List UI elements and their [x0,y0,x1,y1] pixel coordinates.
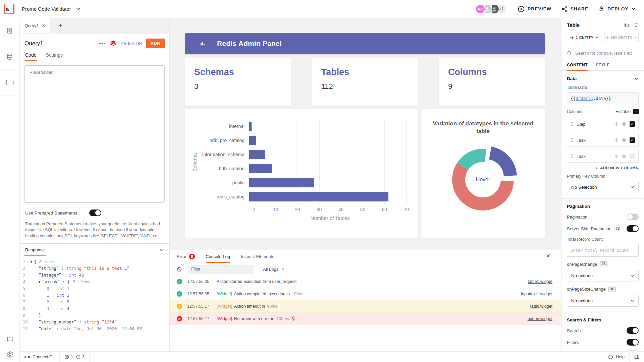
prepared-statements-toggle[interactable] [89,209,101,216]
column-visibility-eye-icon[interactable] [622,138,627,142]
log-source-link[interactable]: table1.widget [528,279,552,284]
tab-inspect-elements[interactable]: Inspect Elements [241,250,274,263]
delete-widget-icon[interactable] [634,22,639,27]
tab-settings[interactable]: Settings [46,52,63,61]
share-button[interactable]: SHARE [561,6,588,12]
toggle-switch[interactable] [627,214,639,220]
drag-handle-icon[interactable] [571,138,573,142]
toggle-panels-button[interactable] [629,352,644,362]
log-row[interactable]: !12:57:55.17[Widget]Action timeout in90m… [170,300,561,313]
tab-code[interactable]: Code [25,52,36,61]
clear-logs-icon[interactable] [177,267,182,272]
section-chevron-down-icon[interactable] [634,76,639,81]
table-data-binding-input[interactable]: {{Orders1.data}} [567,92,639,104]
log-row[interactable]: ✕12:57:55.17[Widget]Returned with error … [170,313,561,325]
query-title[interactable]: Query1 [24,40,43,47]
close-tab-icon[interactable]: ✕ [42,23,46,28]
more-menu-icon[interactable]: ••• [99,41,106,46]
add-tab-button[interactable]: + [51,18,70,33]
log-source-link[interactable]: inputtext1.widget [521,292,552,296]
donut-chart[interactable]: Hover [444,141,522,219]
debugger-status-counts[interactable]: 1 3 [60,352,90,362]
no-entity-button[interactable]: NO ENTITY [604,32,639,43]
toggle-switch[interactable] [627,327,639,334]
tab-query1[interactable]: Query1 ✕ [20,18,51,33]
column-checkbox[interactable]: ✓ [630,121,635,127]
tab-response[interactable]: Response [25,244,45,256]
log-source-link[interactable]: radio.widget [530,304,552,309]
donut-slice-indigo[interactable] [489,146,517,176]
widget-name[interactable]: Table [567,22,580,28]
deploy-chevron-down-icon[interactable] [632,7,635,11]
deploy-button[interactable]: DEPLOY [598,6,635,12]
preview-button[interactable]: PREVIEW [518,6,551,12]
bar[interactable] [249,164,272,173]
canvas-header-widget[interactable]: Redis Admin Panel [185,33,545,54]
bar[interactable] [249,122,252,131]
event-action-select[interactable]: No actions [567,270,639,282]
binding-entity-link[interactable]: Orders1 [576,96,593,101]
sidebar-item-editor[interactable] [0,18,19,44]
js-chip[interactable]: JS [600,261,607,267]
donut-chart-widget[interactable]: Variation of datatypes in the selected t… [421,109,545,238]
column-visibility-eye-icon[interactable] [622,122,627,126]
log-row[interactable]: ✓12:57:56.05Action started execution fro… [170,276,561,288]
stat-card-tables[interactable]: Tables 112 [312,58,418,106]
log-source-link[interactable]: button.widget [528,316,552,321]
bar-chart-widget[interactable]: Schema internalhdb_pro_cataloginformatio… [185,109,418,238]
add-new-column-button[interactable]: + ADD NEW COLUMN [567,166,639,170]
sidebar-item-datasources[interactable] [0,44,19,70]
debug-bulb-icon[interactable] [291,316,296,321]
section-search-filters[interactable]: Search & Filters [567,317,639,322]
column-row[interactable]: Step✓ [567,118,639,130]
connect-git-button[interactable]: Connect Git [20,352,60,362]
bar[interactable] [249,150,265,159]
datasource-name[interactable]: OrdersDB [121,41,142,46]
connected-entity-button[interactable]: 1 ENTITY [567,32,601,43]
query-code-editor[interactable]: Placeholder [24,65,165,203]
editable-all-checkbox[interactable]: ─ [633,109,639,114]
toggle-switch[interactable] [627,225,639,232]
column-row[interactable]: Task [567,150,639,163]
log-level-dropdown[interactable]: All Logs ▼ [263,267,285,272]
help-button[interactable]: Help [603,352,629,362]
bar[interactable] [249,192,388,201]
avatar-stack[interactable]: NJ +1 [475,4,506,14]
column-settings-gear-icon[interactable] [614,138,619,142]
section-data[interactable]: Data [567,76,639,81]
column-settings-gear-icon[interactable] [614,154,619,159]
tab-style[interactable]: STYLE [596,59,610,70]
column-settings-gear-icon[interactable] [614,122,619,126]
primary-key-select[interactable]: No Selection [567,181,639,193]
total-record-count-input[interactable] [567,244,639,257]
tab-error[interactable]: Error 8 [177,250,195,263]
bar[interactable] [249,136,256,145]
close-debugger-icon[interactable]: ✕ [546,253,550,259]
column-row[interactable]: Task✓ [567,134,639,146]
column-visibility-eye-icon[interactable] [622,154,627,158]
js-chip[interactable]: JS [614,226,621,232]
property-search-input[interactable] [575,51,639,56]
copy-widget-icon[interactable] [624,22,629,27]
response-json-viewer[interactable]: 1▼ { 8 items2“string” : string “this is … [20,256,169,351]
run-button[interactable]: RUN [146,39,165,48]
tab-console-log[interactable]: Console Log [206,250,230,263]
settings-gear-icon[interactable] [6,351,13,358]
app-menu-chevron-down-icon[interactable] [76,7,80,11]
collapse-response-chevron-down-icon[interactable] [160,248,164,252]
section-pagination[interactable]: Pagination [567,204,639,209]
column-checkbox[interactable] [630,154,635,159]
stat-card-columns[interactable]: Columns 9 [439,58,545,106]
column-checkbox[interactable]: ✓ [630,137,635,143]
js-chip[interactable]: JS [608,287,616,292]
bar[interactable] [249,178,314,187]
drag-handle-icon[interactable] [571,154,573,159]
log-row[interactable]: ✓12:57:56.05[Widget]Action completed exe… [170,288,561,300]
sidebar-item-js-libraries[interactable]: { } [0,70,19,96]
drag-handle-icon[interactable] [571,122,573,126]
library-book-icon[interactable] [6,336,13,343]
event-action-select[interactable]: No actions [567,295,639,307]
log-filter-input[interactable] [188,265,254,274]
app-logo-icon[interactable]: a_ [4,4,14,14]
stat-card-schemas[interactable]: Schemas 3 [185,58,291,106]
